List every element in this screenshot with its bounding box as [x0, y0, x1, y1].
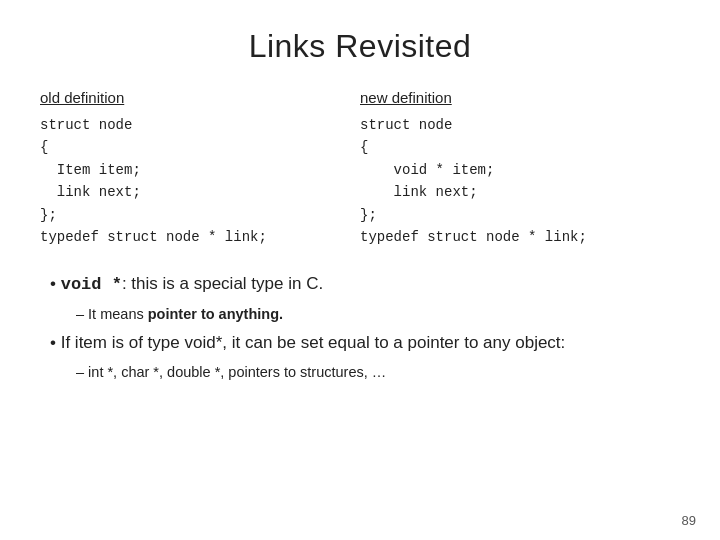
bullet-1-text: : this is a special type in C.: [122, 274, 323, 293]
page-number: 89: [682, 513, 696, 528]
bullet-marker-2: •: [50, 333, 61, 352]
column-new: new definition struct node { void * item…: [360, 89, 680, 248]
bullet-2: • If item is of type void*, it can be se…: [50, 331, 680, 356]
sub-bullet-2-text: int *, char *, double *, pointers to str…: [88, 364, 386, 380]
column-old-code: struct node { Item item; link next; }; t…: [40, 114, 340, 248]
sub-bullet-1-before: It means: [88, 306, 148, 322]
column-new-header: new definition: [360, 89, 660, 106]
sub-bullet-1-bold: pointer to anything.: [148, 306, 283, 322]
bullet-1: • void *: this is a special type in C.: [50, 272, 680, 298]
bullet-1-bold: void *: [61, 275, 122, 294]
slide: Links Revisited old definition struct no…: [0, 0, 720, 540]
column-old: old definition struct node { Item item; …: [40, 89, 360, 248]
bullet-2-text: If item is of type void*, it can be set …: [61, 333, 566, 352]
sub-bullet-2: – int *, char *, double *, pointers to s…: [76, 362, 680, 383]
sub-bullet-1-dash: –: [76, 306, 88, 322]
sub-bullet-1: – It means pointer to anything.: [76, 304, 680, 325]
bullet-marker-1: •: [50, 274, 61, 293]
column-old-header: old definition: [40, 89, 340, 106]
bullets-section: • void *: this is a special type in C. –…: [40, 272, 680, 388]
two-columns: old definition struct node { Item item; …: [40, 89, 680, 248]
column-new-code: struct node { void * item; link next; };…: [360, 114, 660, 248]
sub-bullet-2-dash: –: [76, 364, 88, 380]
slide-title: Links Revisited: [40, 28, 680, 65]
